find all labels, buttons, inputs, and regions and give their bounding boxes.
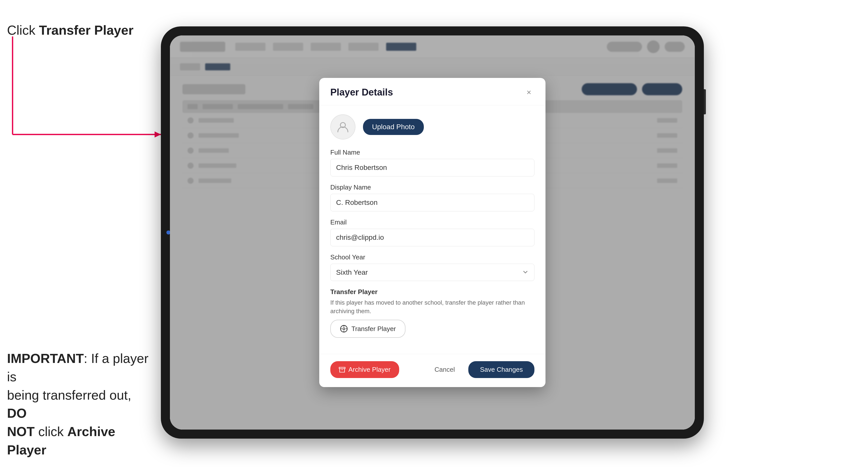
important-label: IMPORTANT (7, 351, 84, 366)
full-name-input[interactable] (330, 159, 534, 177)
email-label: Email (330, 218, 534, 226)
svg-marker-2 (155, 131, 161, 137)
modal-overlay: Player Details × (170, 35, 695, 430)
email-input[interactable] (330, 229, 534, 246)
archive-icon (339, 367, 345, 373)
full-name-group: Full Name (330, 149, 534, 177)
display-name-input[interactable] (330, 194, 534, 211)
full-name-label: Full Name (330, 149, 534, 156)
instruction-prefix: Click (7, 23, 39, 37)
modal-body: Upload Photo Full Name Display Name (319, 105, 546, 354)
save-changes-button[interactable]: Save Changes (468, 361, 534, 378)
instruction-bottom: IMPORTANT: If a player is being transfer… (7, 349, 153, 459)
school-year-group: School Year First Year Second Year Third… (330, 253, 534, 281)
transfer-icon (340, 325, 348, 333)
email-group: Email (330, 218, 534, 246)
photo-placeholder (330, 114, 355, 139)
transfer-player-label: Transfer Player (351, 325, 396, 333)
annotation-arrow (12, 36, 171, 145)
school-year-label: School Year (330, 253, 534, 261)
modal-footer: Archive Player Cancel Save Changes (319, 354, 546, 387)
display-name-label: Display Name (330, 184, 534, 191)
instruction-top: Click Transfer Player (7, 23, 133, 38)
display-name-group: Display Name (330, 184, 534, 211)
tablet-screen: Player Details × (170, 35, 695, 430)
archive-player-label: Archive Player (348, 366, 391, 374)
transfer-player-button[interactable]: Transfer Player (330, 320, 405, 338)
transfer-section: Transfer Player If this player has moved… (330, 288, 534, 338)
svg-rect-5 (339, 367, 345, 369)
instruction-bold: Transfer Player (39, 23, 133, 37)
modal-title: Player Details (330, 87, 393, 98)
transfer-description: If this player has moved to another scho… (330, 298, 534, 315)
player-details-modal: Player Details × (319, 78, 546, 387)
modal-close-button[interactable]: × (523, 87, 534, 98)
user-icon (337, 121, 349, 133)
school-year-select[interactable]: First Year Second Year Third Year Fourth… (330, 264, 534, 281)
cancel-button[interactable]: Cancel (426, 361, 464, 378)
tablet-side-button (704, 89, 706, 114)
svg-point-4 (343, 328, 345, 330)
archive-player-button[interactable]: Archive Player (330, 361, 399, 378)
transfer-section-label: Transfer Player (330, 288, 534, 296)
tablet-device: Player Details × (161, 26, 704, 439)
modal-header: Player Details × (319, 78, 546, 105)
close-icon: × (527, 88, 531, 97)
upload-photo-button[interactable]: Upload Photo (363, 119, 424, 135)
photo-section: Upload Photo (330, 114, 534, 139)
